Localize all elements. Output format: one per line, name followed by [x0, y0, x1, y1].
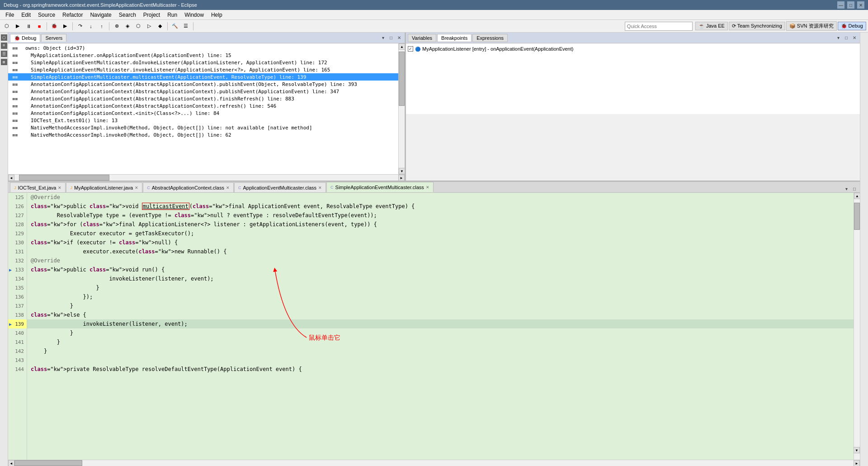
code-line[interactable]: Executor executor = getTaskExecutor(); [27, 229, 854, 238]
stack-item[interactable]: ≡≡MyApplicationListener.onApplicationEve… [8, 52, 398, 59]
toolbar-btn-more2[interactable]: ◈ [123, 21, 132, 31]
tab-breakpoints[interactable]: Breakpoints [437, 34, 472, 42]
tab-variables[interactable]: Variables [408, 34, 436, 42]
bp-checkbox-1[interactable]: ✓ [408, 46, 413, 52]
editor-vscroll-up[interactable]: ▲ [854, 193, 860, 199]
editor-vscroll-down[interactable]: ▼ [854, 447, 860, 453]
toolbar-btn-more6[interactable]: ☰ [181, 21, 191, 31]
panel-action-maximize[interactable]: □ [387, 34, 395, 42]
code-line[interactable]: } [27, 347, 854, 356]
code-line[interactable]: class="kw">private ResolvableType resolv… [27, 365, 854, 374]
stack-item[interactable]: ≡≡IOCTest_Ext.test01() line: 13 [8, 117, 398, 124]
persp-svn[interactable]: 📦 SVN 资源库研究 [786, 21, 837, 31]
code-line[interactable] [27, 356, 854, 365]
bp-action-close[interactable]: ✕ [851, 34, 858, 42]
tab-expressions[interactable]: Expressions [472, 34, 508, 42]
menu-edit[interactable]: Edit [18, 11, 34, 19]
editor-maximize[interactable]: □ [851, 185, 858, 192]
code-line[interactable]: @Override [27, 256, 854, 265]
persp-debug[interactable]: 🐞 Debug [838, 22, 866, 30]
stack-item[interactable]: ≡≡NativeMethodAccessorImpl.invoke0(Metho… [8, 124, 398, 131]
stack-item[interactable]: ≡≡AnnotationConfigApplicationContext(Abs… [8, 88, 398, 95]
code-line[interactable]: executor.execute(class="kw">new Runnable… [27, 247, 854, 256]
debug-hscroll[interactable]: ◄ ► [8, 174, 405, 181]
panel-action-minimize[interactable]: ▾ [379, 34, 387, 42]
code-line[interactable]: class="kw">for (class="kw">final Applica… [27, 220, 854, 229]
toolbar-btn-stop[interactable]: ■ [34, 21, 44, 31]
quick-access-input[interactable] [625, 22, 693, 31]
code-line[interactable]: ResolvableType type = (eventType != clas… [27, 211, 854, 220]
sidebar-icon-3[interactable]: ☰ [1, 51, 7, 57]
tab-close-ioctest[interactable]: ✕ [58, 185, 61, 190]
editor-vscroll-thumb[interactable] [854, 203, 860, 230]
toolbar-btn-run2[interactable]: ▶ [60, 21, 70, 31]
tab-debug[interactable]: 🐞 Debug [10, 34, 40, 42]
menu-search[interactable]: Search [115, 11, 140, 19]
menu-project[interactable]: Project [140, 11, 164, 19]
code-line[interactable]: class="kw">public class="kw">void run() … [27, 265, 854, 274]
stack-item[interactable]: ≡≡SimpleApplicationEventMulticaster.invo… [8, 66, 398, 73]
panel-action-close[interactable]: ✕ [396, 34, 403, 42]
stack-item[interactable]: ≡≡AnnotationConfigApplicationContext(Abs… [8, 95, 398, 102]
tab-close-abstractappctx[interactable]: ✕ [226, 185, 230, 190]
editor-hscroll[interactable]: ◄ ► [8, 460, 860, 466]
toolbar-btn-2[interactable]: ▶ [13, 21, 23, 31]
minimize-button[interactable]: — [837, 1, 844, 9]
hscroll-left[interactable]: ◄ [8, 175, 14, 181]
editor-minimize[interactable]: ▾ [843, 185, 850, 192]
toolbar-btn-pause[interactable]: ⏸ [24, 21, 33, 31]
code-line[interactable]: }); [27, 292, 854, 301]
menu-file[interactable]: File [2, 11, 18, 19]
tab-appeventmulticaster[interactable]: C ApplicationEventMulticaster.class ✕ [234, 182, 326, 192]
tab-servers[interactable]: Servers [41, 34, 66, 42]
toolbar-btn-step[interactable]: ↷ [75, 21, 85, 31]
tab-close-appeventmulticaster[interactable]: ✕ [318, 185, 322, 190]
toolbar-btn-1[interactable]: ⬡ [2, 21, 12, 31]
menu-source[interactable]: Source [34, 11, 59, 19]
code-line[interactable]: invokeListener(listener, event); [27, 319, 854, 328]
code-line[interactable]: } [27, 338, 854, 347]
stack-item[interactable]: ≡≡owns: Object (id=37) [8, 44, 398, 52]
code-line[interactable]: invokeListener(listener, event); [27, 274, 854, 283]
sidebar-icon-4[interactable]: ⊞ [1, 59, 7, 65]
toolbar-btn-stepout[interactable]: ↑ [97, 21, 107, 31]
stack-item[interactable]: ≡≡SimpleApplicationEventMulticaster.mult… [8, 73, 398, 81]
toolbar-btn-build[interactable]: 🔨 [170, 21, 180, 31]
toolbar-btn-more1[interactable]: ⊕ [112, 21, 122, 31]
toolbar-btn-more3[interactable]: ⬡ [133, 21, 143, 31]
sidebar-icon-1[interactable]: ⬡ [1, 34, 7, 41]
tab-simpleappeventmulticaster[interactable]: C SimpleApplicationEventMulticaster.clas… [326, 182, 434, 192]
maximize-button[interactable]: □ [847, 1, 854, 9]
code-line[interactable]: } [27, 283, 854, 292]
bp-action-minimize[interactable]: ▾ [835, 34, 842, 42]
code-line[interactable]: class="kw">if (executor != class="kw">nu… [27, 238, 854, 247]
editor-hscroll-thumb[interactable] [14, 460, 82, 466]
hscroll-thumb[interactable] [19, 175, 109, 181]
toolbar-btn-more4[interactable]: ▷ [144, 21, 154, 31]
code-line[interactable]: } [27, 328, 854, 338]
menu-refactor[interactable]: Refactor [59, 11, 86, 19]
tab-ioctest[interactable]: J IOCTest_Ext.java ✕ [10, 182, 66, 192]
menu-window[interactable]: Window [181, 11, 208, 19]
code-line[interactable]: } [27, 301, 854, 310]
menu-help[interactable]: Help [208, 11, 226, 19]
code-line[interactable]: class="kw">else { [27, 310, 854, 319]
tab-close-myapplistener[interactable]: ✕ [135, 185, 138, 190]
code-line[interactable]: @Override [27, 193, 854, 202]
persp-java-ee[interactable]: ☕ Java EE [695, 22, 728, 30]
code-content[interactable]: @Override class="kw">public class="kw">v… [27, 193, 854, 460]
debug-vscroll[interactable]: ▲ ▼ [398, 43, 405, 174]
vscroll-thumb[interactable] [399, 52, 405, 106]
bp-action-maximize[interactable]: □ [843, 34, 850, 42]
toolbar-btn-debug[interactable]: 🐞 [49, 21, 59, 31]
stack-item[interactable]: ≡≡NativeMethodAccessorImpl.invoke0(Metho… [8, 131, 398, 138]
menu-navigate[interactable]: Navigate [86, 11, 115, 19]
editor-hscroll-left[interactable]: ◄ [8, 460, 14, 466]
editor-vscroll[interactable]: ▲ ▼ [854, 193, 860, 460]
toolbar-btn-more5[interactable]: ◆ [155, 21, 165, 31]
close-button[interactable]: ✕ [857, 1, 864, 9]
stack-item[interactable]: ≡≡AnnotationConfigApplicationContext(Abs… [8, 81, 398, 88]
stack-item[interactable]: ≡≡AnnotationConfigApplicationContext(Abs… [8, 102, 398, 109]
editor-hscroll-right[interactable]: ► [854, 460, 860, 466]
sidebar-icon-2[interactable]: ≡ [1, 43, 7, 49]
